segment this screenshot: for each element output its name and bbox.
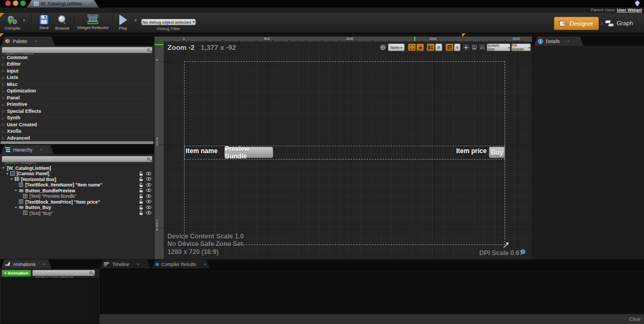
lock-icon[interactable] [139,211,143,215]
add-animation-button[interactable]: + Animation [2,270,31,277]
palette-category-lists[interactable]: ▷Lists [0,75,154,82]
graph-mode-button[interactable]: Graph [605,18,633,28]
maximize-window-button[interactable] [20,1,26,6]
designer-mode-button[interactable]: Designer [554,17,599,30]
compile-button[interactable]: Compile [3,15,21,31]
tab-details[interactable]: Details × [534,37,583,46]
expand-icon[interactable]: ▷ [2,96,5,99]
expand-icon[interactable]: ▷ [2,62,5,66]
palette-category-user-created[interactable]: ▷User Created [0,121,154,128]
compiler-results-output[interactable] [100,269,644,314]
tree-row-text-preview-bundle[interactable]: T [Text] "Preview Bundle" [0,193,154,199]
clear-button[interactable]: Clear [629,316,641,322]
animations-list[interactable] [1,278,99,323]
save-button[interactable]: Save [35,15,53,30]
palette-category-common[interactable]: ▷Common [0,54,154,61]
tab-hierarchy[interactable]: Hierarchy × [1,145,54,154]
collapse-icon[interactable]: ▼ [14,206,17,209]
canvas-preview-bundle-button[interactable]: Preview Bundle [224,147,273,158]
parent-class-link[interactable]: User Widget [617,8,642,12]
visibility-eye-icon[interactable] [146,183,151,187]
tab-palette[interactable]: Palette × [1,37,55,46]
lock-icon[interactable] [139,183,143,188]
tree-row-textblock-itemprice[interactable]: T [TextBlock_ItemPrice] "Item price" [0,199,154,205]
designer-viewport[interactable]: Zoom -2 1,377 x -92 None▾ R 4 [164,42,532,259]
show-outlines-toggle[interactable] [408,44,416,51]
expand-icon[interactable]: ▷ [2,69,5,73]
canvas-buy-button[interactable]: Buy [489,147,505,158]
palette-category-optimization[interactable]: ▷Optimization [0,88,154,95]
palette-category-panel[interactable]: ▷Panel [0,95,154,102]
lock-icon[interactable] [139,188,143,193]
visibility-eye-icon[interactable] [146,177,151,181]
palette-category-xsolla[interactable]: ▷Xsolla [0,128,154,135]
canvas-item-price-text[interactable]: Item price [456,147,487,155]
visibility-eye-icon[interactable] [146,199,151,204]
palette-category-primitive[interactable]: ▷Primitive [0,102,154,109]
tree-row-root[interactable]: ▼ [W_CatalogListItem] [0,165,154,171]
close-panel-icon[interactable]: × [40,147,42,152]
lock-icon[interactable] [139,177,143,182]
close-panel-icon[interactable]: × [43,262,46,267]
tree-row-button-buy[interactable]: ▼ Button_Buy [0,205,154,211]
tab-compiler-results[interactable]: Compiler Results × [152,260,210,269]
widget-reflector-button[interactable]: Widget Reflector [76,15,110,30]
visibility-eye-icon[interactable] [146,171,151,176]
tab-animations[interactable]: Animations × [1,260,52,269]
close-tab-icon[interactable]: × [91,1,93,6]
expand-icon[interactable]: ▷ [2,129,5,133]
dpi-settings-gear-icon[interactable] [520,249,526,255]
tree-row-textblock-itemname[interactable]: T [TextBlock_ItemName] "Item name" [0,182,154,188]
tree-row-button-bundlepreview[interactable]: ▼ Button_BundlePreview [0,188,154,193]
expand-icon[interactable]: ▷ [2,103,5,106]
visibility-eye-icon[interactable] [146,211,151,215]
fill-screen-dropdown[interactable]: Fill Screen▾ [511,44,531,51]
palette-category-input[interactable]: ▷Input [0,68,154,75]
close-panel-icon[interactable]: × [203,262,206,267]
close-panel-icon[interactable]: × [567,39,570,44]
close-panel-icon[interactable]: × [34,39,37,44]
play-options-caret-icon[interactable]: ▾ [135,18,137,23]
tab-w-cataloglistitem[interactable]: W_CatalogListItem × [27,0,99,8]
close-window-button[interactable] [5,1,11,6]
palette-category-misc[interactable]: ▷Misc [0,81,154,88]
collapse-icon[interactable]: ▼ [10,177,13,181]
tree-row-horizontal-box[interactable]: ▼ [Horizontal Box] [0,176,154,182]
tab-timeline[interactable]: Timeline × [100,260,150,269]
compile-options-caret-icon[interactable]: ▾ [23,18,25,23]
expand-icon[interactable]: ▷ [2,109,5,113]
localization-preview-button[interactable] [379,44,387,51]
flip-preview-button[interactable] [478,44,486,51]
play-button[interactable]: Play [114,15,131,31]
expand-icon[interactable]: ▷ [2,123,5,126]
palette-category-special-effects[interactable]: ▷Special Effects [0,108,154,115]
close-panel-icon[interactable]: × [137,262,140,267]
hierarchy-search-input[interactable] [2,160,152,165]
lock-icon[interactable] [139,171,143,176]
grid-snap-toggle[interactable] [445,44,453,51]
transform-mode-button[interactable] [462,44,470,51]
palette-scrollbar[interactable] [1,141,153,144]
collapse-icon[interactable]: ▼ [2,166,5,169]
lock-widgets-toggle[interactable] [416,44,424,51]
palette-category-synth[interactable]: ▷Synth [0,115,154,122]
palette-category-editor[interactable]: ▷Editor [0,61,154,68]
canvas-item-name-text[interactable]: Item name [186,147,217,155]
lock-icon[interactable] [139,194,143,199]
expand-icon[interactable]: ▷ [2,136,5,140]
lock-icon[interactable] [139,205,143,210]
grid-snap-size-dropdown[interactable]: 4 [454,44,460,51]
visibility-eye-icon[interactable] [146,188,151,192]
tree-row-canvas-panel[interactable]: ▼ [Canvas Panel] [0,171,154,177]
collapse-icon[interactable]: ▼ [6,172,9,175]
expand-icon[interactable]: ▷ [2,82,5,86]
minimize-window-button[interactable] [13,1,18,6]
visibility-eye-icon[interactable] [146,194,151,198]
lock-icon[interactable] [139,199,143,204]
expand-icon[interactable]: ▷ [2,55,5,59]
expand-icon[interactable]: ▷ [2,116,5,120]
debug-object-select[interactable]: No debug object selected ▾ [141,19,196,25]
rule-origin-button[interactable]: R [435,44,442,51]
palette-category-advanced[interactable]: ▷Advanced [0,135,154,142]
tree-row-text-buy[interactable]: T [Text] "Buy" [0,210,154,216]
